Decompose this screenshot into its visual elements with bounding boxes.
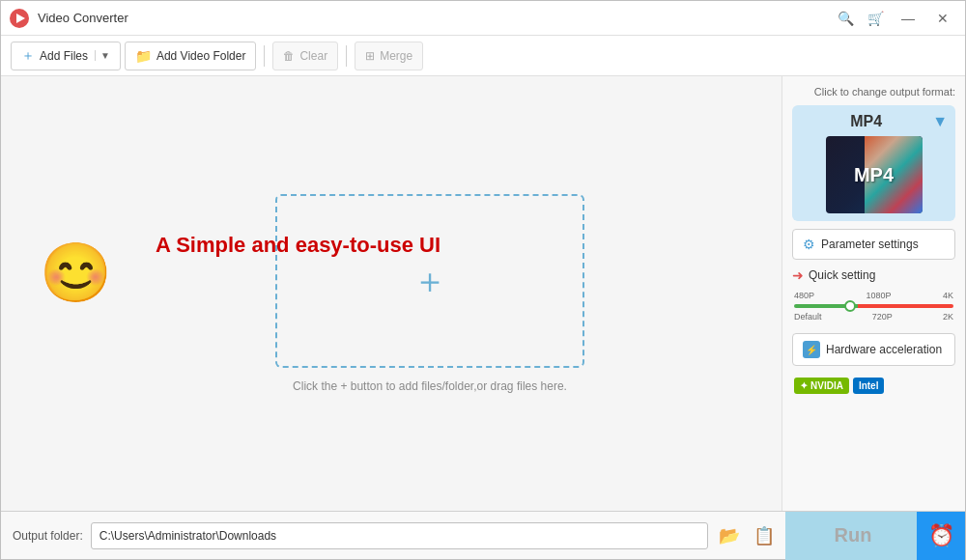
drop-zone-hint: Click the + button to add files/folder,o…	[293, 379, 567, 393]
format-top: MP4 ▼	[800, 113, 948, 130]
output-folder-label: Output folder:	[13, 529, 83, 543]
quick-setting-section: ➜ Quick setting 480P 1080P 4K Default 72…	[792, 267, 955, 325]
run-button[interactable]: Run	[785, 512, 921, 560]
nvidia-label: NVIDIA	[810, 380, 843, 391]
app-logo	[9, 8, 30, 29]
add-files-dropdown[interactable]: ▼	[95, 50, 110, 61]
param-settings-label: Parameter settings	[821, 238, 919, 251]
schedule-button[interactable]: ⏰	[917, 512, 965, 560]
format-dropdown-icon[interactable]: ▼	[932, 113, 948, 130]
format-thumbnail-text: MP4	[854, 164, 894, 186]
drop-zone[interactable]: ＋	[275, 194, 584, 368]
merge-button: ⊞ Merge	[355, 42, 423, 70]
emoji-area: 😊	[40, 238, 112, 307]
clear-label: Clear	[299, 49, 327, 63]
label-4k: 4K	[943, 291, 953, 300]
main-window: Video Converter 🔍 🛒 — ✕ ＋ Add Files ▼ 📁 …	[0, 0, 966, 560]
settings-icon: ⚙	[803, 237, 815, 252]
label-720p: 720P	[872, 312, 893, 322]
intel-label: Intel	[859, 380, 879, 391]
label-1080p: 1080P	[866, 291, 891, 300]
right-panel: Click to change output format: MP4 ▼ MP4…	[781, 76, 965, 511]
add-files-button[interactable]: ＋ Add Files ▼	[11, 42, 121, 70]
format-thumbnail[interactable]: MP4	[826, 136, 923, 213]
label-default: Default	[794, 312, 822, 322]
format-selector: MP4 ▼ MP4	[792, 105, 955, 221]
hw-accel-icon: ⚡	[803, 341, 820, 358]
merge-icon: ⊞	[365, 49, 375, 63]
slider-bottom-labels: Default 720P 2K	[794, 312, 953, 322]
minimize-button[interactable]: —	[894, 7, 923, 30]
nvidia-icon: ✦	[800, 380, 808, 391]
window-controls: 🔍 🛒 — ✕	[834, 7, 957, 30]
bottom-bar: Output folder: 📂 📋 Run ⏰	[1, 511, 965, 559]
parameter-settings-button[interactable]: ⚙ Parameter settings	[792, 229, 955, 260]
browse-folder-button[interactable]: 📂	[716, 522, 743, 549]
nvidia-badge: ✦ NVIDIA	[794, 378, 849, 394]
slider-top-labels: 480P 1080P 4K	[794, 291, 953, 300]
tagline: A Simple and easy-to-use UI	[156, 233, 440, 258]
output-path-input[interactable]	[91, 522, 708, 549]
plus-icon: ＋	[21, 47, 35, 65]
quick-setting-text: Quick setting	[809, 268, 875, 282]
toolbar-divider-1	[264, 45, 265, 67]
add-files-label: Add Files	[40, 49, 88, 63]
quick-setting-label: ➜ Quick setting	[792, 267, 955, 283]
trash-icon: 🗑	[283, 49, 295, 63]
open-folder-button[interactable]: 📋	[751, 522, 778, 549]
hardware-acceleration-button[interactable]: ⚡ Hardware acceleration	[792, 333, 955, 366]
main-content: 😊 A Simple and easy-to-use UI ＋ Click th…	[1, 76, 965, 511]
add-folder-button[interactable]: 📁 Add Video Folder	[125, 42, 257, 70]
toolbar-divider-2	[346, 45, 347, 67]
title-bar: Video Converter 🔍 🛒 — ✕	[1, 1, 965, 36]
intel-badge: Intel	[853, 378, 885, 394]
search-icon[interactable]: 🔍	[834, 9, 858, 28]
hw-accel-label: Hardware acceleration	[826, 343, 942, 356]
merge-label: Merge	[380, 49, 412, 63]
smiley-emoji: 😊	[40, 240, 112, 305]
quality-slider-container: 480P 1080P 4K Default 720P 2K	[792, 287, 955, 325]
toolbar: ＋ Add Files ▼ 📁 Add Video Folder 🗑 Clear…	[1, 36, 965, 76]
label-480p: 480P	[794, 291, 814, 300]
clock-icon: ⏰	[928, 523, 954, 548]
drop-zone-container: ＋ Click the + button to add files/folder…	[275, 194, 584, 393]
clear-button: 🗑 Clear	[272, 42, 338, 70]
output-format-hint: Click to change output format:	[792, 86, 955, 98]
close-button[interactable]: ✕	[928, 7, 957, 30]
slider-thumb[interactable]	[844, 300, 856, 312]
add-folder-label: Add Video Folder	[156, 49, 246, 63]
gpu-badges: ✦ NVIDIA Intel	[792, 374, 955, 398]
center-area: 😊 A Simple and easy-to-use UI ＋ Click th…	[1, 76, 781, 511]
app-title: Video Converter	[38, 11, 834, 25]
slider-track[interactable]	[794, 304, 953, 308]
cart-icon[interactable]: 🛒	[864, 9, 888, 28]
label-2k: 2K	[943, 312, 953, 322]
folder-icon: 📁	[135, 48, 152, 64]
format-name: MP4	[800, 113, 932, 130]
quick-setting-arrow-icon: ➜	[792, 267, 804, 283]
drop-zone-plus-icon: ＋	[412, 258, 447, 305]
